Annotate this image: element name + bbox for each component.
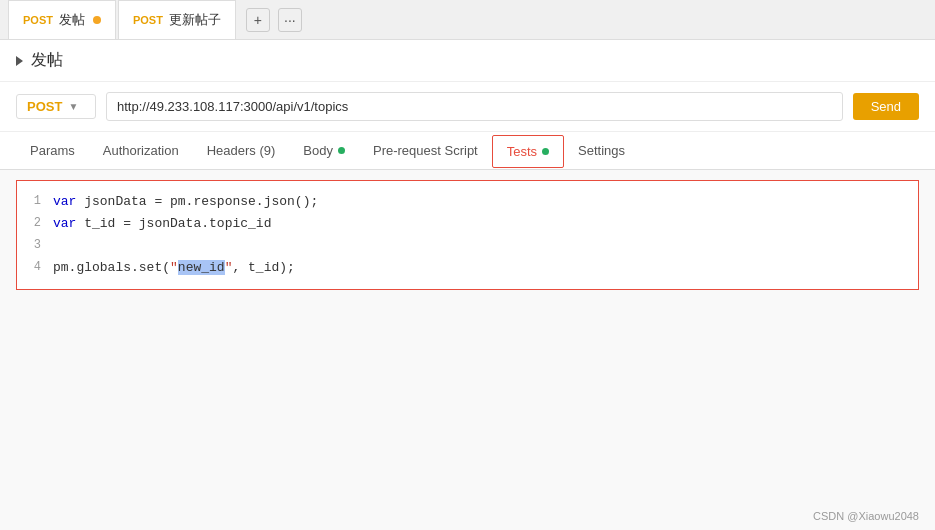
page-title: 发帖: [31, 50, 63, 71]
more-tabs-button[interactable]: ···: [278, 8, 302, 32]
body-dot: [338, 147, 345, 154]
tab-actions: + ···: [246, 8, 302, 32]
tab-nav-settings-label: Settings: [578, 143, 625, 158]
method-label: POST: [27, 99, 62, 114]
code-line-2: 2 var t_id = jsonData.topic_id: [17, 213, 918, 235]
add-tab-button[interactable]: +: [246, 8, 270, 32]
tab-nav-params-label: Params: [30, 143, 75, 158]
line-num-3: 3: [17, 235, 53, 255]
line-num-1: 1: [17, 191, 53, 211]
code-line-3: 3: [17, 235, 918, 257]
method-select[interactable]: POST ▼: [16, 94, 96, 119]
chevron-down-icon: ▼: [68, 101, 78, 112]
tab-nav-headers[interactable]: Headers (9): [193, 135, 290, 168]
tab-method-badge: POST: [23, 14, 53, 26]
url-bar: POST ▼ Send: [0, 82, 935, 132]
tab-nav-body[interactable]: Body: [289, 135, 359, 168]
tab-label2: 更新帖子: [169, 11, 221, 29]
code-content-4: pm.globals.set("new_id", t_id);: [53, 257, 295, 279]
tab-nav-tests[interactable]: Tests: [492, 135, 564, 168]
tab-label: 发帖: [59, 11, 85, 29]
line-num-2: 2: [17, 213, 53, 233]
tab-nav-tests-label: Tests: [507, 144, 537, 159]
line-num-4: 4: [17, 257, 53, 277]
tab-nav: Params Authorization Headers (9) Body Pr…: [0, 132, 935, 170]
tab-post[interactable]: POST 发帖: [8, 0, 116, 39]
code-editor[interactable]: 1 var jsonData = pm.response.json(); 2 v…: [16, 180, 919, 290]
send-button[interactable]: Send: [853, 93, 919, 120]
tab-method-badge2: POST: [133, 14, 163, 26]
tab-bar: POST 发帖 POST 更新帖子 + ···: [0, 0, 935, 40]
tab-nav-params[interactable]: Params: [16, 135, 89, 168]
code-line-4: 4 pm.globals.set("new_id", t_id);: [17, 257, 918, 279]
tab-nav-headers-label: Headers (9): [207, 143, 276, 158]
tab-nav-authorization-label: Authorization: [103, 143, 179, 158]
tab-nav-prerequest-label: Pre-request Script: [373, 143, 478, 158]
code-content-3: [53, 235, 61, 257]
tab-nav-authorization[interactable]: Authorization: [89, 135, 193, 168]
footer-watermark: CSDN @Xiaowu2048: [813, 510, 919, 522]
page-header: 发帖: [0, 40, 935, 82]
code-content-1: var jsonData = pm.response.json();: [53, 191, 318, 213]
tab-nav-settings[interactable]: Settings: [564, 135, 639, 168]
code-line-1: 1 var jsonData = pm.response.json();: [17, 191, 918, 213]
url-input[interactable]: [106, 92, 843, 121]
code-content-2: var t_id = jsonData.topic_id: [53, 213, 271, 235]
main-content: 1 var jsonData = pm.response.json(); 2 v…: [0, 170, 935, 530]
tab-unsaved-dot: [93, 16, 101, 24]
tests-dot: [542, 148, 549, 155]
tab-nav-prerequest[interactable]: Pre-request Script: [359, 135, 492, 168]
collapse-icon[interactable]: [16, 56, 23, 66]
tab-update-post[interactable]: POST 更新帖子: [118, 0, 236, 39]
tab-nav-body-label: Body: [303, 143, 333, 158]
